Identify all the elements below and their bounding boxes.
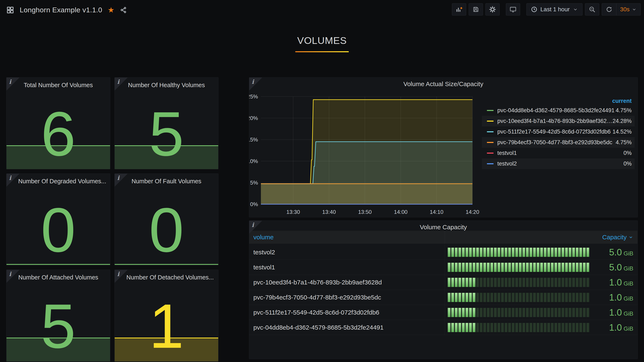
section-title: VOLUMES — [0, 35, 644, 46]
svg-text:14:10: 14:10 — [430, 209, 443, 215]
legend-item[interactable]: pvc-79b4ecf3-7050-4d77-8bf3-e292d93be5dc… — [482, 137, 634, 148]
stat-panel: i Number Of Degraded Volumes... 0 — [6, 174, 110, 265]
capacity-unit: GiB — [624, 265, 633, 272]
legend-current-value: 4.75% — [616, 139, 632, 146]
legend-item[interactable]: testvol2 0% — [482, 159, 634, 169]
svg-text:15%: 15% — [249, 137, 258, 143]
legend-series-name[interactable]: pvc-04dd8eb4-d362-4579-8685-5b3d2fe24491 — [497, 107, 616, 114]
app-header: Longhorn Example v1.1.0 ★ — [0, 0, 644, 23]
capacity-gauge — [448, 308, 590, 317]
legend-item[interactable]: testvol1 0% — [482, 148, 634, 159]
favorite-star-icon[interactable]: ★ — [108, 6, 114, 14]
refresh-button[interactable] — [602, 3, 616, 15]
capacity-value-cell: 1.0 GiB — [592, 307, 638, 318]
gauge-lit-bar — [448, 323, 476, 332]
legend-item[interactable]: pvc-10eed3f4-b7a1-4b76-893b-2bb9aef3628d… — [482, 116, 634, 126]
legend-series-name[interactable]: pvc-10eed3f4-b7a1-4b76-893b-2bb9aef3628d — [497, 118, 612, 124]
add-panel-button[interactable] — [452, 3, 466, 15]
stat-panel-title[interactable]: Number Of Attached Volumes — [18, 274, 98, 281]
share-icon[interactable] — [120, 6, 127, 13]
series-color-dash-icon — [487, 121, 494, 122]
legend-current-value: 0% — [624, 161, 632, 167]
volume-name-cell: pvc-79b4ecf3-7050-4d77-8bf3-e292d93be5dc — [249, 290, 444, 305]
stat-value: 1 — [115, 291, 218, 361]
volume-name-cell: testvol2 — [249, 245, 444, 260]
stat-panel: i Number Of Healthy Volumes 5 — [114, 77, 218, 169]
legend-series-name[interactable]: pvc-79b4ecf3-7050-4d77-8bf3-e292d93be5dc — [497, 139, 616, 146]
series-color-dash-icon — [487, 110, 494, 111]
table-panel-title[interactable]: Volume Capacity — [262, 224, 625, 231]
column-header-volume[interactable]: volume — [249, 234, 444, 241]
column-header-capacity[interactable]: Capacity — [444, 231, 638, 244]
capacity-number: 1.0 — [609, 322, 622, 333]
sort-chevron-down-icon — [628, 235, 633, 240]
series-color-dash-icon — [487, 153, 494, 154]
table-panel: i Volume Capacity volume Capacity testvo… — [249, 220, 638, 359]
legend-current-value: 24.28% — [612, 118, 632, 124]
series-color-dash-icon — [487, 131, 494, 132]
legend-series-name[interactable]: testvol2 — [497, 161, 624, 167]
table-row: testvol1 5.0 GiB — [249, 260, 638, 275]
stat-panel-title[interactable]: Number Of Detached Volumes... — [126, 274, 206, 281]
table-row: pvc-511f2e17-5549-42d5-8c6d-072f3d02fdb6… — [249, 305, 638, 320]
capacity-unit: GiB — [624, 295, 633, 302]
legend-series-name[interactable]: testvol1 — [497, 150, 624, 156]
svg-text:13:50: 13:50 — [358, 209, 372, 215]
legend-series-name[interactable]: pvc-511f2e17-5549-42d5-8c6d-072f3d02fdb6 — [497, 129, 612, 135]
svg-text:14:00: 14:00 — [394, 209, 408, 215]
svg-text:10%: 10% — [249, 158, 258, 164]
table-header-row: volume Capacity — [249, 231, 638, 244]
capacity-number: 1.0 — [609, 292, 622, 303]
capacity-value-cell: 5.0 GiB — [592, 262, 638, 273]
stat-panel: i Total Number Of Volumes 6 — [6, 77, 110, 169]
stat-panel-title[interactable]: Number Of Fault Volumes — [126, 178, 206, 185]
capacity-gauge — [448, 263, 590, 272]
dashboard-settings-button[interactable] — [486, 3, 500, 15]
panel-info-icon[interactable]: i — [6, 78, 20, 90]
panel-info-icon[interactable]: i — [115, 270, 128, 283]
svg-text:5%: 5% — [250, 180, 258, 186]
chevron-down-icon — [573, 7, 578, 12]
legend-current-value: 4.75% — [616, 107, 632, 114]
chart-panel: i Volume Actual Size/Capacity 0%5%10%15%… — [249, 77, 638, 217]
series-color-dash-icon — [487, 142, 494, 143]
save-dashboard-button[interactable] — [469, 3, 483, 15]
refresh-controls: 30s — [602, 3, 641, 15]
svg-text:25%: 25% — [249, 93, 258, 100]
dashboard-title[interactable]: Longhorn Example v1.1.0 — [20, 6, 102, 14]
legend-item[interactable]: pvc-04dd8eb4-d362-4579-8685-5b3d2fe24491… — [482, 105, 634, 116]
legend-current-value: 14.52% — [612, 129, 632, 135]
svg-text:0%: 0% — [250, 201, 258, 207]
legend-current-header[interactable]: current — [482, 97, 634, 105]
stat-value: 5 — [6, 291, 110, 361]
zoom-out-time-button[interactable] — [585, 3, 599, 15]
refresh-interval-picker[interactable]: 30s — [616, 3, 640, 15]
stat-value: 5 — [115, 98, 218, 169]
capacity-unit: GiB — [624, 325, 633, 332]
stat-panel: i Number Of Fault Volumes 0 — [114, 174, 218, 265]
gauge-lit-bar — [448, 308, 476, 317]
svg-text:14:20: 14:20 — [466, 209, 479, 215]
legend-item[interactable]: pvc-511f2e17-5549-42d5-8c6d-072f3d02fdb6… — [482, 126, 634, 137]
chart-panel-title[interactable]: Volume Actual Size/Capacity — [262, 80, 625, 88]
panel-info-icon[interactable]: i — [115, 78, 128, 90]
capacity-table: volume Capacity testvol2 5.0 GiB testvol… — [249, 231, 638, 335]
svg-text:13:30: 13:30 — [286, 209, 300, 215]
stat-panel: i Number Of Attached Volumes 5 — [6, 270, 110, 362]
table-row: pvc-79b4ecf3-7050-4d77-8bf3-e292d93be5dc… — [249, 290, 638, 305]
series-color-dash-icon — [487, 163, 494, 164]
panel-info-icon[interactable]: i — [6, 270, 20, 283]
cycle-view-mode-button[interactable] — [506, 3, 520, 15]
stat-value: 0 — [115, 194, 218, 265]
capacity-number: 1.0 — [609, 307, 622, 318]
capacity-value-cell: 1.0 GiB — [592, 292, 638, 303]
panel-info-icon[interactable]: i — [6, 174, 20, 187]
stat-panel-title[interactable]: Number Of Degraded Volumes... — [18, 178, 98, 185]
volume-name-cell: pvc-511f2e17-5549-42d5-8c6d-072f3d02fdb6 — [249, 305, 444, 320]
table-row: pvc-04dd8eb4-d362-4579-8685-5b3d2fe24491… — [249, 320, 638, 335]
time-range-picker[interactable]: Last 1 hour — [526, 3, 582, 15]
stat-panel-title[interactable]: Number Of Healthy Volumes — [126, 82, 206, 89]
panel-info-icon[interactable]: i — [115, 174, 128, 187]
stat-panel-title[interactable]: Total Number Of Volumes — [18, 82, 98, 89]
dashboards-grid-icon[interactable] — [6, 6, 14, 14]
